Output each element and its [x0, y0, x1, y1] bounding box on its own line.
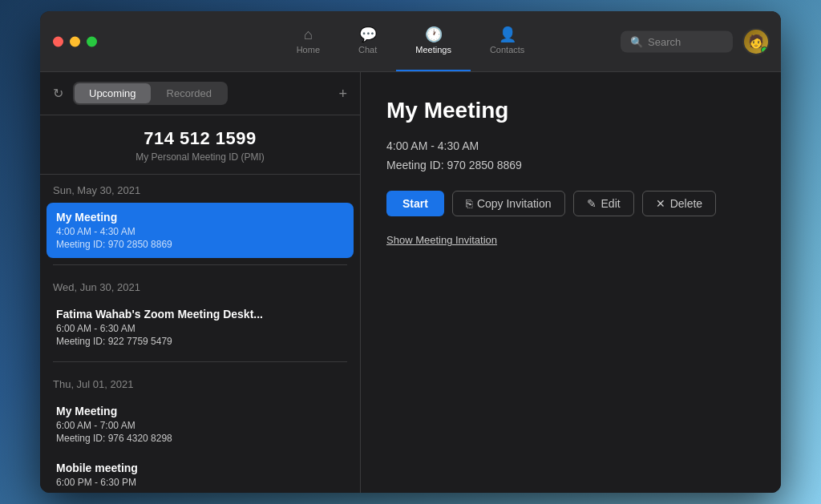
meeting-item-time: 6:00 PM - 6:30 PM	[56, 477, 344, 488]
tab-meetings[interactable]: 🕐 Meetings	[396, 11, 471, 71]
home-icon: ⌂	[304, 27, 313, 42]
tab-home-label: Home	[297, 45, 320, 54]
upcoming-tab[interactable]: Upcoming	[75, 83, 151, 103]
tab-meetings-label: Meetings	[415, 45, 451, 54]
minimize-button[interactable]	[70, 36, 80, 46]
tab-chat[interactable]: 💬 Chat	[339, 11, 396, 71]
action-buttons: Start ⎘ Copy Invitation ✎ Edit ✕ Delete	[386, 191, 755, 216]
meeting-item-id: Meeting ID: 970 2850 8869	[56, 239, 344, 250]
meeting-item-time: 6:00 AM - 6:30 AM	[56, 323, 344, 334]
content-area: ↻ Upcoming Recorded + 714 512 1599 My Pe…	[40, 72, 781, 493]
date-header-may: Sun, May 30, 2021	[40, 175, 360, 201]
date-header-jun: Wed, Jun 30, 2021	[40, 272, 360, 298]
meeting-item-my-meeting-1[interactable]: My Meeting 4:00 AM - 4:30 AM Meeting ID:…	[47, 203, 354, 258]
edit-button[interactable]: ✎ Edit	[573, 191, 634, 216]
meetings-icon: 🕐	[425, 27, 443, 42]
pmi-number: 714 512 1599	[40, 128, 360, 149]
title-bar: ⌂ Home 💬 Chat 🕐 Meetings 👤 Contacts 🔍 Se…	[40, 11, 781, 72]
window-controls	[53, 36, 97, 46]
meeting-item-time: 6:00 AM - 7:00 AM	[56, 420, 344, 431]
delete-button[interactable]: ✕ Delete	[642, 191, 716, 216]
sidebar-header-actions: ↻ Upcoming Recorded	[53, 82, 228, 105]
sidebar-header: ↻ Upcoming Recorded +	[40, 72, 360, 115]
tab-contacts[interactable]: 👤 Contacts	[471, 11, 544, 71]
tab-group: Upcoming Recorded	[73, 82, 228, 105]
meeting-item-title: My Meeting	[56, 211, 344, 224]
copy-invitation-button[interactable]: ⎘ Copy Invitation	[452, 191, 565, 216]
chat-icon: 💬	[359, 27, 377, 42]
meeting-item-title: Mobile meeting	[56, 462, 344, 474]
contacts-icon: 👤	[499, 27, 516, 42]
meeting-list: Sun, May 30, 2021 My Meeting 4:00 AM - 4…	[40, 175, 360, 493]
meeting-item-title: Fatima Wahab's Zoom Meeting Deskt...	[56, 308, 344, 321]
maximize-button[interactable]	[87, 36, 97, 46]
show-invitation-link[interactable]: Show Meeting Invitation	[386, 234, 497, 246]
meeting-item-fatima[interactable]: Fatima Wahab's Zoom Meeting Deskt... 6:0…	[47, 300, 354, 355]
close-button[interactable]	[53, 36, 63, 46]
copy-invitation-label: Copy Invitation	[477, 197, 552, 210]
edit-label: Edit	[601, 197, 621, 210]
date-header-jul: Thu, Jul 01, 2021	[40, 369, 360, 395]
app-window: ⌂ Home 💬 Chat 🕐 Meetings 👤 Contacts 🔍 Se…	[40, 11, 781, 493]
separator-2	[53, 361, 347, 362]
detail-panel: My Meeting 4:00 AM - 4:30 AM Meeting ID:…	[361, 72, 781, 493]
meeting-item-time: 4:00 AM - 4:30 AM	[56, 226, 344, 237]
delete-icon: ✕	[656, 197, 665, 210]
nav-tabs: ⌂ Home 💬 Chat 🕐 Meetings 👤 Contacts	[277, 11, 544, 71]
search-area[interactable]: 🔍 Search	[621, 30, 733, 52]
detail-time: 4:00 AM - 4:30 AM	[386, 139, 755, 152]
search-label: Search	[648, 35, 681, 47]
tab-contacts-label: Contacts	[490, 45, 524, 54]
start-button[interactable]: Start	[386, 191, 444, 216]
search-icon: 🔍	[630, 35, 643, 47]
avatar-online-dot	[761, 46, 768, 54]
tab-home[interactable]: ⌂ Home	[277, 11, 339, 71]
refresh-button[interactable]: ↻	[53, 86, 63, 101]
pmi-section: 714 512 1599 My Personal Meeting ID (PMI…	[40, 115, 360, 175]
edit-icon: ✎	[587, 197, 597, 210]
meeting-item-id: Meeting ID: 976 4320 8298	[56, 433, 344, 444]
separator-1	[53, 264, 347, 265]
sidebar: ↻ Upcoming Recorded + 714 512 1599 My Pe…	[40, 72, 361, 493]
pmi-label: My Personal Meeting ID (PMI)	[40, 151, 360, 163]
detail-meeting-id: Meeting ID: 970 2850 8869	[386, 159, 755, 171]
meeting-item-mobile[interactable]: Mobile meeting 6:00 PM - 6:30 PM	[47, 454, 354, 493]
meeting-item-my-meeting-2[interactable]: My Meeting 6:00 AM - 7:00 AM Meeting ID:…	[47, 397, 354, 452]
recorded-tab[interactable]: Recorded	[152, 83, 226, 103]
delete-label: Delete	[670, 197, 702, 210]
meeting-item-title: My Meeting	[56, 405, 344, 417]
tab-chat-label: Chat	[358, 45, 377, 54]
add-meeting-button[interactable]: +	[338, 87, 347, 101]
meeting-item-id: Meeting ID: 922 7759 5479	[56, 336, 344, 347]
detail-title: My Meeting	[386, 98, 755, 123]
avatar: 🧑	[742, 28, 770, 55]
copy-icon: ⎘	[466, 197, 472, 210]
